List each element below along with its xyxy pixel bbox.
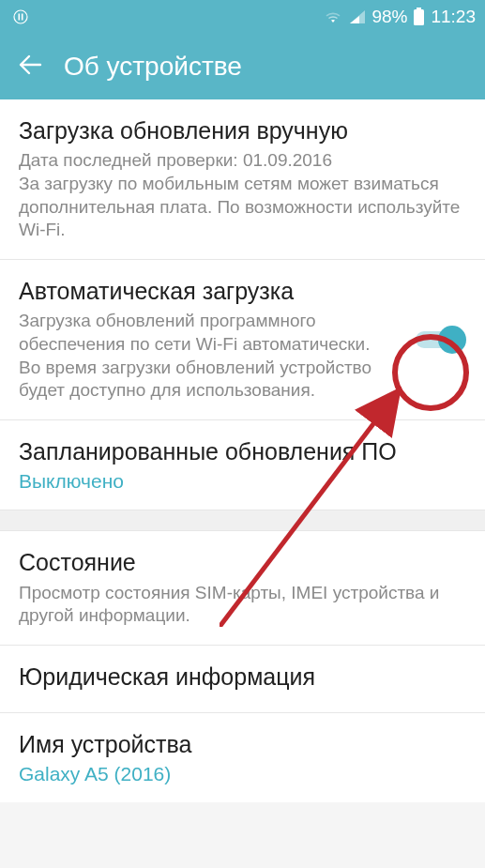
row-title: Загрузка обновления вручную: [19, 116, 466, 145]
svg-point-0: [14, 10, 27, 23]
svg-rect-3: [417, 8, 421, 9]
row-device-name[interactable]: Имя устройства Galaxy A5 (2016): [0, 713, 485, 802]
back-icon[interactable]: [17, 52, 43, 82]
row-value: Galaxy A5 (2016): [19, 763, 466, 785]
wifi-icon: [323, 8, 343, 25]
svg-rect-1: [19, 14, 21, 21]
page-title: Об устройстве: [64, 52, 242, 82]
row-legal[interactable]: Юридическая информация: [0, 646, 485, 713]
app-bar: Об устройстве: [0, 34, 485, 99]
pause-icon: [13, 9, 28, 24]
clock: 11:23: [431, 7, 476, 27]
status-bar: 98% 11:23: [0, 0, 485, 34]
battery-icon: [413, 8, 425, 26]
svg-line-5: [220, 398, 393, 627]
row-subtitle: Дата последней проверки: 01.09.2016 За з…: [19, 149, 466, 242]
signal-icon: [349, 9, 366, 24]
svg-rect-4: [414, 9, 424, 25]
row-title: Юридическая информация: [19, 662, 466, 692]
annotation-arrow: [220, 379, 417, 627]
row-title: Автоматическая загрузка: [19, 277, 395, 306]
svg-rect-2: [22, 14, 23, 21]
row-manual-update[interactable]: Загрузка обновления вручную Дата последн…: [0, 99, 485, 260]
battery-percent: 98%: [371, 7, 407, 27]
row-title: Имя устройства: [19, 730, 466, 759]
